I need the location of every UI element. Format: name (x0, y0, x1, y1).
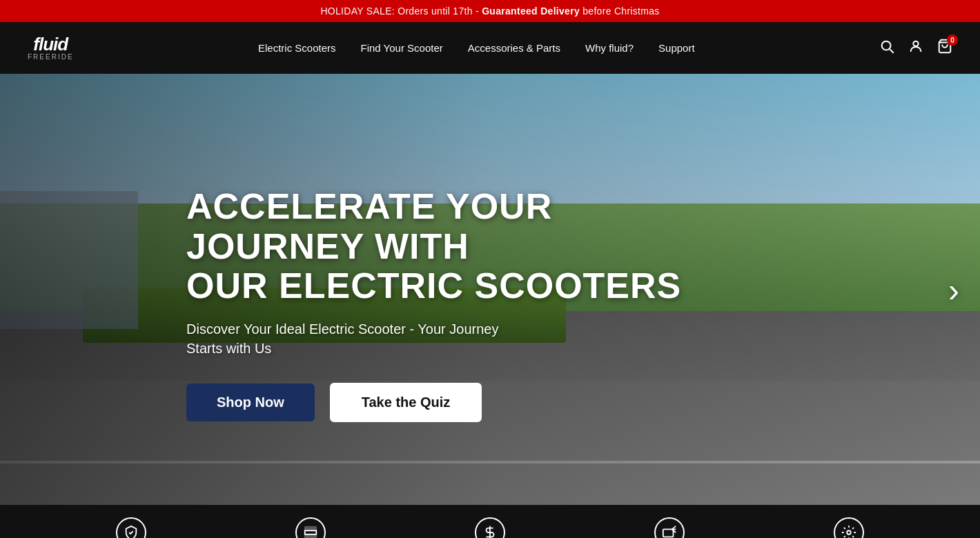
take-quiz-button[interactable]: Take the Quiz (330, 383, 482, 422)
bottom-bar (0, 505, 980, 538)
logo[interactable]: fluid freeride (28, 35, 74, 61)
nav-support[interactable]: Support (658, 42, 695, 54)
bottom-icon-return (654, 517, 685, 538)
logo-text: fluid (33, 35, 68, 53)
return-icon (654, 517, 685, 538)
svg-rect-6 (305, 535, 317, 538)
announcement-text-prefix: HOLIDAY SALE: Orders until 17th - (320, 6, 482, 17)
header-icons: 0 (879, 39, 952, 57)
svg-rect-8 (663, 529, 674, 537)
svg-line-1 (890, 49, 893, 52)
svg-point-9 (847, 530, 851, 535)
nav-accessories-parts[interactable]: Accessories & Parts (468, 42, 560, 54)
header: fluid freeride Electric Scooters Find Yo… (0, 22, 980, 74)
shop-now-button[interactable]: Shop Now (186, 383, 315, 421)
nav-electric-scooters[interactable]: Electric Scooters (258, 42, 336, 54)
hero-section: ACCELERATE YOUR JOURNEY WITH OUR ELECTRI… (0, 74, 980, 505)
hero-subheadline: Discover Your Ideal Electric Scooter - Y… (186, 319, 725, 358)
bottom-icon-shield (116, 517, 146, 538)
nav-why-fluid[interactable]: Why fluid? (585, 42, 634, 54)
account-icon[interactable] (908, 39, 923, 57)
bottom-icon-flag (295, 517, 326, 538)
bottom-icon-support (834, 517, 864, 538)
carousel-next-arrow[interactable]: › (948, 270, 959, 308)
hero-content: ACCELERATE YOUR JOURNEY WITH OUR ELECTRI… (186, 187, 725, 422)
hero-headline: ACCELERATE YOUR JOURNEY WITH OUR ELECTRI… (186, 187, 725, 306)
hero-buttons: Shop Now Take the Quiz (186, 383, 725, 422)
announcement-text-suffix: before Christmas (580, 6, 660, 17)
cart-badge: 0 (947, 34, 958, 46)
support-icon (834, 517, 864, 538)
svg-point-2 (913, 41, 918, 46)
dollar-icon (475, 517, 505, 538)
search-icon[interactable] (879, 39, 894, 57)
logo-sub: freeride (28, 53, 74, 61)
cart-icon[interactable]: 0 (937, 39, 952, 57)
announcement-text-bold: Guaranteed Delivery (482, 6, 580, 17)
bottom-icon-dollar (475, 517, 505, 538)
main-nav: Electric Scooters Find Your Scooter Acce… (258, 42, 695, 54)
shield-icon (116, 517, 146, 538)
flag-icon (295, 517, 326, 538)
nav-find-your-scooter[interactable]: Find Your Scooter (361, 42, 443, 54)
announcement-bar: HOLIDAY SALE: Orders until 17th - Guaran… (0, 0, 980, 22)
